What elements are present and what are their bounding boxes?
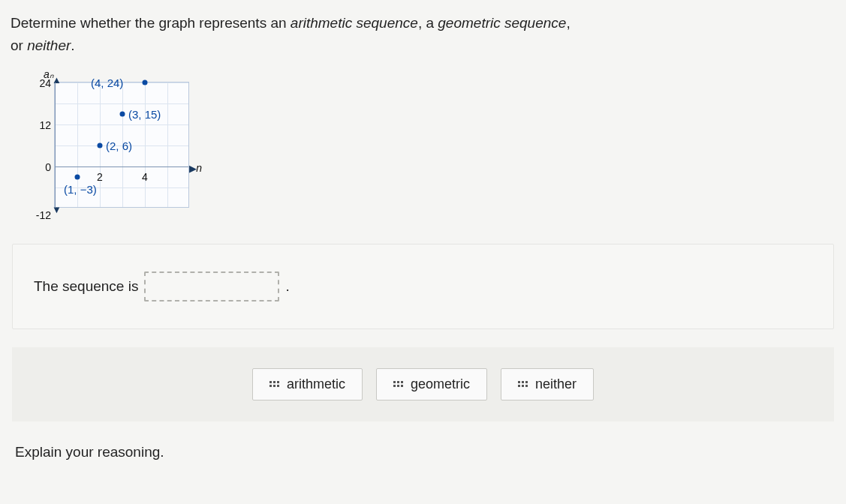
x-tick: 2	[95, 171, 104, 183]
explain-prompt: Explain your reasoning.	[15, 444, 835, 460]
y-tick: 24	[36, 77, 51, 89]
data-point	[98, 142, 103, 148]
data-label: (3, 15)	[128, 108, 161, 121]
data-label: (1, −3)	[64, 183, 97, 196]
y-tick: 12	[36, 119, 51, 131]
y-tick: 0	[36, 161, 51, 173]
choice-neither[interactable]: neither	[501, 368, 594, 400]
q-text: , a	[418, 15, 438, 31]
q-text: .	[71, 38, 74, 53]
data-point	[75, 174, 80, 179]
choice-bar: arithmetic geometric neither	[12, 347, 834, 422]
grip-icon	[393, 381, 403, 387]
data-label: (2, 6)	[106, 140, 132, 152]
y-tick: -12	[26, 209, 51, 221]
y-axis-line	[55, 82, 56, 207]
q-text: or	[11, 38, 27, 53]
data-point	[120, 111, 125, 116]
arrow-down-icon: ▼	[52, 204, 62, 215]
q-text: ,	[566, 15, 570, 31]
q-italic: neither	[27, 38, 71, 53]
choice-arithmetic[interactable]: arithmetic	[252, 368, 363, 400]
x-axis-label: n	[196, 162, 202, 174]
answer-dropzone[interactable]	[144, 272, 279, 302]
chart: aₙ 24 12 0 -12 ▲ ▶ ▼ 2 4 n (1, −3) (2, 6…	[26, 71, 835, 229]
answer-panel: The sequence is .	[12, 244, 834, 329]
choice-label: arithmetic	[287, 376, 345, 392]
x-tick: 4	[140, 171, 149, 183]
question-text: Determine whether the graph represents a…	[11, 12, 835, 58]
choice-label: geometric	[411, 376, 470, 392]
q-italic: arithmetic sequence	[291, 15, 418, 31]
answer-prefix: The sequence is	[34, 278, 138, 295]
q-italic: geometric sequence	[438, 15, 566, 31]
grip-icon	[518, 381, 528, 387]
choice-geometric[interactable]: geometric	[376, 368, 487, 400]
x-axis-line	[55, 166, 188, 167]
answer-period: .	[285, 278, 289, 295]
data-label: (4, 24)	[91, 76, 123, 89]
choice-label: neither	[535, 376, 577, 392]
chart-grid: ▲ ▶ ▼ 2 4 n (1, −3) (2, 6) (3, 15) (4, 2…	[54, 82, 189, 208]
arrow-up-icon: ▲	[52, 74, 62, 86]
grip-icon	[269, 381, 279, 387]
q-text: Determine whether the graph represents a…	[11, 15, 291, 31]
data-point	[143, 80, 148, 85]
